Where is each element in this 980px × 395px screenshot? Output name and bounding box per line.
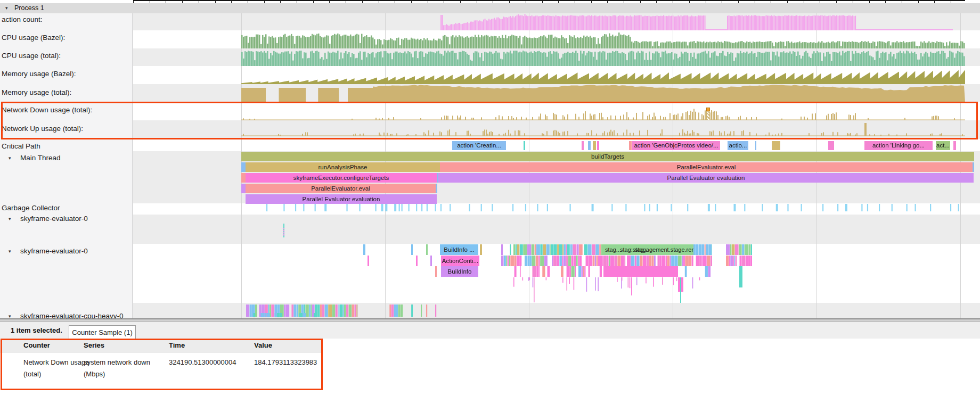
flame-slice[interactable]: skyframeExecutor.configureTargets	[246, 173, 437, 183]
critical-path-slice[interactable]	[828, 141, 834, 150]
critical-path-slice[interactable]: action 'Linking go...	[864, 141, 933, 150]
critical-path-slice[interactable]	[593, 141, 596, 150]
critical-path-slice[interactable]: action 'GenObjcProtos video/...	[632, 141, 720, 150]
flame-slice[interactable]: ParallelEvaluator.eval	[440, 162, 973, 172]
critical-path-slice[interactable]	[629, 141, 632, 150]
overlapping-slice-label: stagagement.stage.remot...	[635, 244, 693, 255]
critical-path-slice[interactable]	[588, 141, 591, 150]
thread-slice[interactable]: BuildInfo ...	[440, 244, 478, 255]
thread-slice[interactable]: ActionConti...	[441, 256, 479, 266]
flame-slice[interactable]	[436, 184, 437, 193]
flame-slice[interactable]: ParallelEvaluator.eval	[246, 184, 436, 193]
flame-slice[interactable]: Parallel Evaluator evaluation	[246, 194, 437, 204]
thread-slice[interactable]	[603, 266, 678, 277]
critical-path-slice[interactable]	[772, 141, 780, 150]
flame-slice[interactable]	[973, 162, 974, 172]
trace-viewer: ▾ Process 1 action count:CPU usage (Baze…	[0, 0, 980, 395]
critical-path-slice[interactable]	[755, 141, 756, 150]
thread-slice[interactable]: BuildInfo	[441, 266, 478, 277]
flame-slice[interactable]	[241, 173, 246, 183]
critical-path-slice[interactable]	[597, 141, 599, 150]
flame-slice[interactable]: Parallel Evaluator evaluation	[438, 173, 974, 183]
critical-path-slice[interactable]: actio...	[728, 141, 748, 150]
network-rows-highlight	[1, 102, 978, 139]
counter-chart-canvas[interactable]	[0, 0, 980, 395]
critical-path-slice[interactable]	[582, 141, 584, 150]
critical-path-slice[interactable]: action 'Creatin...	[452, 141, 506, 150]
flame-slice[interactable]	[241, 162, 246, 172]
critical-path-slice[interactable]	[953, 141, 956, 150]
critical-path-slice[interactable]: act...	[936, 141, 950, 150]
flame-slice[interactable]: buildTargets	[241, 152, 974, 161]
table-highlight	[1, 339, 323, 390]
critical-path-slice[interactable]	[524, 141, 525, 150]
flame-slice[interactable]	[241, 184, 246, 193]
flame-slice[interactable]: runAnalysisPhase	[246, 162, 440, 172]
thread-slice-staging[interactable]: stag...stag:stag...stagagement.stage.rem…	[602, 244, 693, 255]
overlapping-slice-label: stag...	[605, 244, 621, 255]
